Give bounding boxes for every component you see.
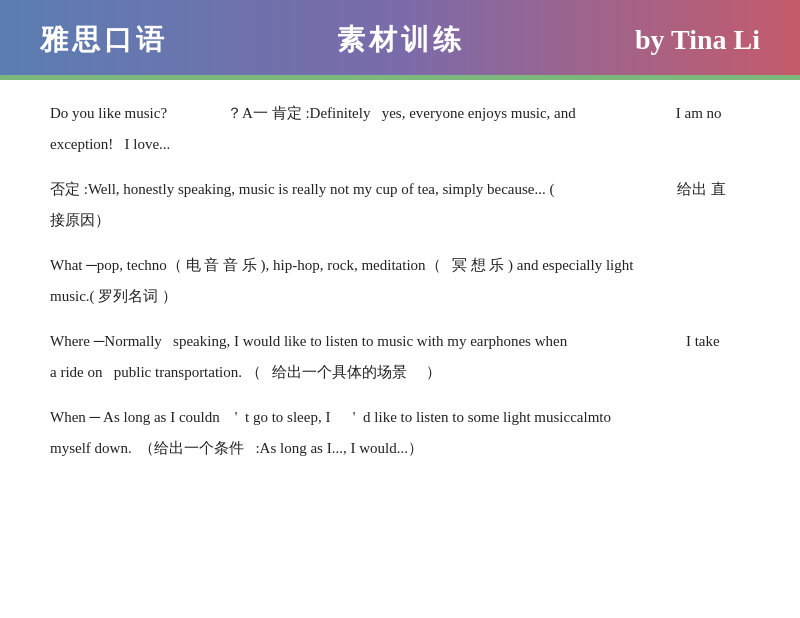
para4-line1: Where ─Normally speaking, I would like t… <box>50 328 750 355</box>
para2-line1: 否定 :Well, honestly speaking, music is re… <box>50 176 750 203</box>
paragraph-3: What ─pop, techno（ 电 音 音 乐 ), hip-hop, r… <box>50 252 750 310</box>
header-banner: 雅思口语 素材训练 by Tina Li <box>0 0 800 80</box>
content-area: Do you like music?？A一 肯定 :Definitely yes… <box>0 80 800 500</box>
para5-line1: When ─ As long as I couldn ' t go to sle… <box>50 404 750 431</box>
para1-line1: Do you like music?？A一 肯定 :Definitely yes… <box>50 100 750 127</box>
page-container: 雅思口语 素材训练 by Tina Li Do you like music?？… <box>0 0 800 618</box>
paragraph-5: When ─ As long as I couldn ' t go to sle… <box>50 404 750 462</box>
para1-line2: exception! I love... <box>50 131 750 158</box>
paragraph-4: Where ─Normally speaking, I would like t… <box>50 328 750 386</box>
para2-line2: 接原因） <box>50 207 750 234</box>
para4-line2: a ride on public transportation. （ 给出一个具… <box>50 359 750 386</box>
para5-line2: myself down. （给出一个条件 :As long as I..., I… <box>50 435 750 462</box>
header-title-center: 素材训练 <box>337 21 465 59</box>
header-title-right: by Tina Li <box>635 24 760 56</box>
para3-line2: music.( 罗列名词 ） <box>50 283 750 310</box>
paragraph-1: Do you like music?？A一 肯定 :Definitely yes… <box>50 100 750 158</box>
paragraph-2: 否定 :Well, honestly speaking, music is re… <box>50 176 750 234</box>
para3-line1: What ─pop, techno（ 电 音 音 乐 ), hip-hop, r… <box>50 252 750 279</box>
header-title-left: 雅思口语 <box>40 21 168 59</box>
